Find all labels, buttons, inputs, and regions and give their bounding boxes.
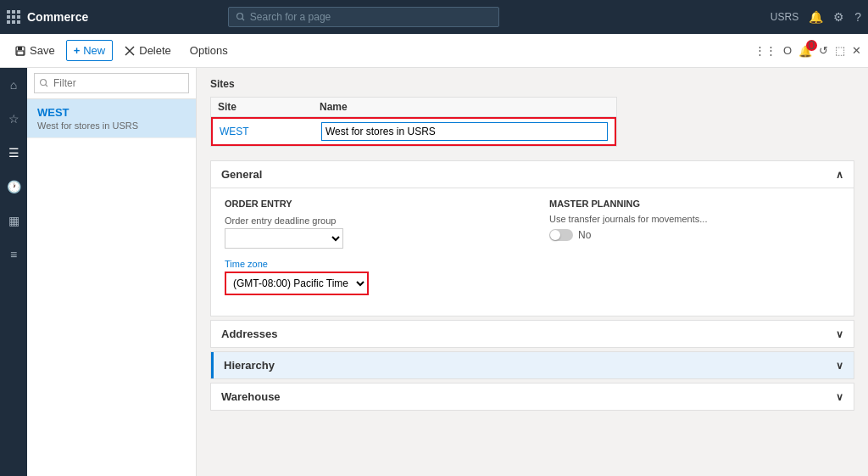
- list-items: WEST West for stores in USRS: [27, 99, 196, 476]
- order-entry-col: ORDER ENTRY Order entry deadline group T…: [225, 199, 515, 305]
- sites-table-header: Site Name: [211, 98, 616, 117]
- list-filter-area: [27, 68, 196, 99]
- open-new-icon[interactable]: ⬚: [835, 44, 845, 57]
- addresses-section-header[interactable]: Addresses: [211, 321, 854, 347]
- list-item-title: WEST: [37, 106, 186, 119]
- new-button[interactable]: + New: [66, 40, 114, 61]
- list-item-subtitle: West for stores in USRS: [37, 120, 186, 131]
- toggle-switch[interactable]: [549, 229, 573, 241]
- site-name-input[interactable]: [321, 122, 608, 141]
- options-button[interactable]: Options: [182, 40, 236, 61]
- general-section-header[interactable]: General: [211, 161, 854, 188]
- sites-section: Sites Site Name WEST: [210, 78, 854, 147]
- global-search[interactable]: [228, 7, 499, 27]
- general-section-content: ORDER ENTRY Order entry deadline group T…: [211, 188, 854, 316]
- general-chevron-icon: [836, 168, 843, 181]
- toggle-group: No: [549, 229, 840, 241]
- sites-section-header: Sites: [210, 78, 854, 90]
- save-button[interactable]: Save: [7, 40, 63, 61]
- apps-grid-icon[interactable]: [7, 10, 20, 24]
- timezone-select[interactable]: (GMT-08:00) Pacific Time (US ...: [225, 272, 369, 295]
- deadline-group-select[interactable]: [225, 228, 343, 249]
- svg-point-0: [236, 14, 242, 20]
- addresses-section: Addresses: [210, 320, 854, 348]
- main-layout: ⌂ ☆ ☰ 🕐 ▦ ≡ WEST West for stores in USRS…: [0, 68, 868, 476]
- refresh-icon[interactable]: ↺: [819, 44, 828, 57]
- notification-badge[interactable]: 🔔 0: [798, 43, 812, 59]
- list-filter-input[interactable]: [34, 73, 189, 93]
- toggle-knob: [550, 230, 560, 240]
- hierarchy-chevron-icon: [836, 359, 843, 372]
- menu-icon[interactable]: ≡: [3, 244, 24, 265]
- list-icon[interactable]: ☰: [3, 143, 24, 163]
- plus-icon: +: [74, 44, 81, 57]
- warehouse-section: Warehouse: [210, 383, 854, 411]
- timezone-field: Time zone (GMT-08:00) Pacific Time (US .…: [225, 259, 515, 295]
- deadline-group-label: Order entry deadline group: [225, 216, 515, 226]
- general-columns: ORDER ENTRY Order entry deadline group T…: [225, 199, 840, 305]
- global-search-input[interactable]: [250, 11, 492, 23]
- top-nav-right: USRS 🔔 ⚙ ?: [771, 10, 861, 24]
- deadline-group-field: Order entry deadline group: [225, 216, 515, 249]
- app-title: Commerce: [27, 10, 88, 24]
- site-link[interactable]: WEST: [220, 126, 321, 137]
- office-icon[interactable]: O: [783, 44, 792, 57]
- warehouse-chevron-icon: [836, 390, 843, 403]
- hierarchy-section: Hierarchy: [210, 351, 854, 379]
- svg-rect-3: [18, 47, 22, 50]
- top-nav: Commerce USRS 🔔 ⚙ ?: [0, 0, 868, 34]
- timezone-label: Time zone: [225, 259, 515, 269]
- order-entry-label: ORDER ENTRY: [225, 199, 515, 209]
- content-area: Sites Site Name WEST General: [197, 68, 868, 476]
- name-col-header: Name: [320, 101, 609, 113]
- sites-table-row[interactable]: WEST: [211, 117, 616, 146]
- toolbar-right-icons: ⋮⋮ O 🔔 0 ↺ ⬚ ✕: [754, 43, 861, 59]
- toggle-label: No: [578, 229, 591, 241]
- clock-icon[interactable]: 🕐: [3, 176, 24, 197]
- general-section: General ORDER ENTRY Order entry deadline…: [210, 160, 854, 316]
- hierarchy-section-header[interactable]: Hierarchy: [211, 352, 854, 378]
- notification-icon[interactable]: 🔔: [809, 10, 823, 24]
- warehouse-section-header[interactable]: Warehouse: [211, 384, 854, 410]
- addresses-chevron-icon: [836, 328, 843, 340]
- help-icon[interactable]: ?: [854, 10, 861, 24]
- close-icon[interactable]: ✕: [852, 44, 861, 57]
- svg-line-1: [242, 19, 244, 21]
- left-sidebar: ⌂ ☆ ☰ 🕐 ▦ ≡: [0, 68, 27, 476]
- site-col-header: Site: [218, 101, 320, 113]
- sites-table: Site Name WEST: [210, 97, 617, 147]
- favorite-icon[interactable]: ☆: [3, 109, 24, 129]
- master-planning-sub: Use transfer journals for movements...: [549, 214, 840, 224]
- user-label: USRS: [771, 11, 798, 23]
- linked-records-icon[interactable]: ⋮⋮: [754, 44, 776, 57]
- save-icon: [14, 45, 26, 57]
- delete-button[interactable]: Delete: [116, 40, 179, 61]
- list-panel: WEST West for stores in USRS: [27, 68, 197, 476]
- chart-icon[interactable]: ▦: [3, 210, 24, 231]
- master-planning-label: MASTER PLANNING: [549, 199, 840, 209]
- home-icon[interactable]: ⌂: [3, 75, 24, 95]
- search-icon: [236, 12, 245, 22]
- list-item[interactable]: WEST West for stores in USRS: [27, 99, 196, 138]
- svg-rect-4: [17, 51, 24, 55]
- settings-icon[interactable]: ⚙: [833, 10, 844, 24]
- delete-icon: [124, 45, 136, 57]
- master-planning-col: MASTER PLANNING Use transfer journals fo…: [549, 199, 840, 305]
- badge-count: 0: [806, 40, 817, 51]
- toolbar: Save + New Delete Options ⋮⋮ O 🔔 0 ↺ ⬚ ✕: [0, 34, 868, 68]
